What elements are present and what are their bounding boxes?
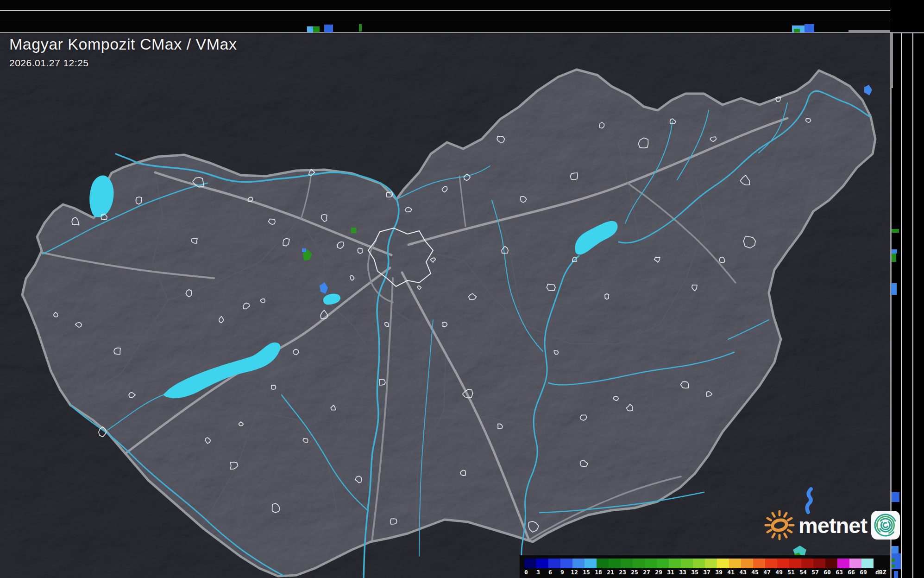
legend-tick-label: 33 <box>679 569 686 576</box>
legend-tick-label: 63 <box>836 569 843 576</box>
legend-swatch <box>681 559 693 568</box>
legend-tick-label: 18 <box>595 569 602 576</box>
profile-echo <box>891 283 897 295</box>
profile-echo <box>359 24 362 32</box>
legend-tick-label: 21 <box>607 569 614 576</box>
page-title: Magyar Kompozit CMax / VMax <box>9 35 237 53</box>
legend-swatch <box>813 559 825 568</box>
legend-swatch <box>645 559 657 568</box>
legend-tick-label: 25 <box>631 569 638 576</box>
radar-map <box>0 0 890 578</box>
radar-echo <box>302 248 306 252</box>
legend-tick-label: 27 <box>643 569 650 576</box>
header: Magyar Kompozit CMax / VMax 2026.01.27 1… <box>9 35 237 69</box>
profile-echo <box>892 492 899 502</box>
legend-tick-label: 3 <box>536 569 540 576</box>
legend-swatch <box>801 559 813 568</box>
legend-tick-label: 41 <box>727 569 735 576</box>
gridline-10km-vertical <box>912 33 913 578</box>
profile-echo <box>892 254 896 262</box>
terrain-segment <box>849 30 890 33</box>
legend-tick-label: 47 <box>763 569 771 576</box>
gridline-5km <box>0 22 890 22</box>
gridline-5km-vertical <box>901 33 902 578</box>
legend-swatch <box>861 559 874 568</box>
timestamp: 2026.01.27 12:25 <box>9 57 237 69</box>
gridline-10km <box>0 10 890 11</box>
legend-swatch <box>548 559 560 568</box>
terrain-segment <box>890 33 893 88</box>
legend-swatch <box>729 559 741 568</box>
legend-swatch <box>585 559 597 568</box>
profile-echo <box>894 571 898 578</box>
legend-tick-label: 23 <box>619 569 626 576</box>
legend-swatch <box>753 559 765 568</box>
legend-tick-label: 31 <box>667 569 674 576</box>
profile-echo <box>324 25 333 32</box>
legend-swatch <box>693 559 705 568</box>
legend-swatch <box>705 559 717 568</box>
profile-echo <box>313 26 320 32</box>
profile-echo <box>307 26 313 32</box>
legend-tick-label: 43 <box>739 569 747 576</box>
legend-tick-label: 29 <box>655 569 662 576</box>
legend-swatch <box>717 559 729 568</box>
legend-swatch <box>765 559 777 568</box>
dbz-legend: 0369121518212325272931333537394143454749… <box>520 555 890 578</box>
profile-echo <box>892 559 895 562</box>
legend-tick-label: 49 <box>775 569 783 576</box>
legend-swatch <box>837 559 849 568</box>
metnet-app-icon <box>871 510 900 540</box>
legend-tick-label: 39 <box>715 569 723 576</box>
profile-echo <box>892 249 897 254</box>
legend-tick-label: 60 <box>823 569 831 576</box>
legend-tick-label: 37 <box>703 569 710 576</box>
legend-swatch <box>741 559 753 568</box>
right-height-profile-panel <box>890 33 924 578</box>
profile-echo <box>892 546 899 553</box>
legend-swatch <box>825 559 837 568</box>
top-height-profile-panel <box>0 0 890 33</box>
profile-echo <box>892 565 895 567</box>
radar-app: { "header": { "title": "Magyar Kompozit … <box>0 0 924 578</box>
profile-echo <box>892 229 899 233</box>
metnet-logo: metnet <box>764 510 900 540</box>
legend-swatch <box>572 559 585 568</box>
legend-swatch <box>777 559 789 568</box>
legend-tick-label: 51 <box>787 569 795 576</box>
profile-echo <box>794 29 800 32</box>
sun-icon <box>764 510 795 540</box>
legend-swatch <box>669 559 681 568</box>
legend-tick-label: 15 <box>583 569 590 576</box>
legend-swatch <box>609 559 621 568</box>
map-svg <box>0 0 890 578</box>
ground-line <box>0 32 890 33</box>
legend-tick-label: 45 <box>751 569 759 576</box>
legend-tick-label: 54 <box>799 569 807 576</box>
legend-swatch <box>789 559 801 568</box>
legend-swatch <box>597 559 609 568</box>
legend-tick-label: 57 <box>811 569 819 576</box>
legend-tick-label: 0 <box>524 569 528 576</box>
legend-swatch <box>633 559 645 568</box>
legend-swatch <box>621 559 633 568</box>
legend-unit-label: dBZ <box>875 569 886 576</box>
legend-tick-label: 12 <box>571 569 578 576</box>
legend-swatch <box>560 559 572 568</box>
logo-wordmark: metnet <box>798 513 867 538</box>
legend-swatch <box>657 559 669 568</box>
legend-swatch <box>524 559 536 568</box>
legend-tick-label: 9 <box>560 569 564 576</box>
radar-echo <box>351 228 356 233</box>
legend-swatch <box>536 559 548 568</box>
legend-swatch <box>849 559 861 568</box>
legend-tick-label: 69 <box>860 569 867 576</box>
legend-tick-label: 35 <box>691 569 698 576</box>
legend-tick-label: 66 <box>848 569 855 576</box>
legend-tick-label: 6 <box>548 569 552 576</box>
profile-echo <box>805 24 814 32</box>
